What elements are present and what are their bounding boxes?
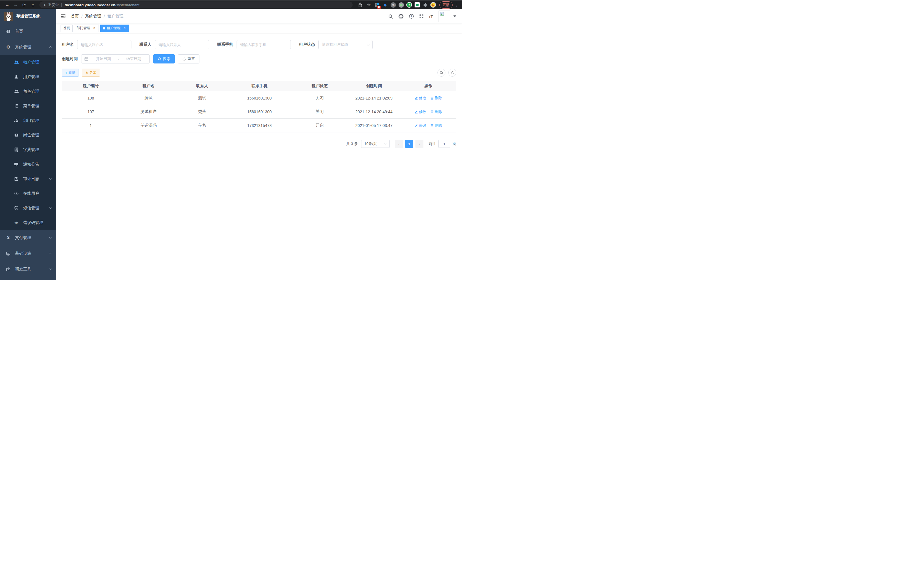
avatar-dropdown-icon[interactable]	[453, 15, 456, 17]
mobile-input[interactable]	[237, 40, 291, 49]
sidebar-item[interactable]: 部门管理	[0, 113, 56, 128]
share-icon[interactable]	[357, 1, 364, 9]
view-tab[interactable]: 租户管理×	[100, 25, 129, 32]
chevron-down-icon	[367, 44, 370, 46]
breadcrumb-item[interactable]: 首页	[71, 14, 79, 19]
sidebar-item[interactable]: 字典管理	[0, 142, 56, 157]
start-date-placeholder[interactable]: 开始日期	[91, 56, 116, 62]
sidebar-item[interactable]: 首页	[0, 23, 56, 39]
filter-tenant-name: 租户名	[62, 40, 131, 49]
table-column-header: 联系人	[177, 81, 227, 91]
status-label: 租户状态	[299, 42, 318, 47]
refresh-button[interactable]	[448, 69, 456, 77]
sidebar-item-label: 支付管理	[15, 235, 31, 241]
add-button[interactable]: + 新增	[62, 69, 79, 77]
next-page-button[interactable]: ›	[416, 140, 423, 148]
address-bar[interactable]: ▲ 不安全 dashboard.yudao.iocoder.cn/system/…	[39, 2, 352, 8]
close-icon[interactable]: ×	[92, 26, 96, 30]
command-extension-icon[interactable]: ⌘	[390, 1, 397, 9]
sidebar-item-label: 审计日志	[23, 176, 39, 182]
reload-icon[interactable]: ⟳	[20, 1, 28, 9]
security-label[interactable]: 不安全	[48, 3, 59, 8]
record-extension-icon[interactable]	[398, 1, 405, 9]
create-time-label: 创建时间	[62, 56, 81, 62]
close-icon[interactable]: ×	[123, 26, 127, 30]
fullscreen-icon[interactable]	[417, 14, 426, 19]
pagination-total: 共 3 条	[346, 141, 358, 146]
blue-pin-extension-icon[interactable]: ◆	[382, 1, 388, 9]
app-window: 芋道管理系统 首页⚙系统管理租户管理用户管理角色管理菜单管理部门管理岗位管理字典…	[0, 9, 462, 280]
back-icon[interactable]: ←	[3, 1, 11, 9]
font-size-icon[interactable]: TT	[426, 14, 436, 19]
sidebar-item-label: 通知公告	[23, 162, 39, 167]
sidebar-item-label: 角色管理	[23, 89, 39, 94]
url-text[interactable]: dashboard.yudao.iocoder.cn/system/tenant	[64, 3, 140, 7]
emoji-extension-icon[interactable]	[430, 1, 436, 9]
export-button[interactable]: 导出	[82, 69, 100, 77]
sidebar-item[interactable]: </>错误码管理	[0, 215, 56, 230]
reset-button[interactable]: 重置	[178, 54, 200, 63]
sidebar-item[interactable]: 角色管理	[0, 84, 56, 99]
breadcrumb-item[interactable]: 系统管理	[85, 14, 101, 19]
sidebar-item[interactable]: 通知公告	[0, 157, 56, 171]
sidebar-item[interactable]: 岗位管理	[0, 128, 56, 142]
sidebar-item[interactable]: 短信管理	[0, 201, 56, 215]
forward-icon[interactable]: →	[11, 1, 20, 9]
date-range-picker[interactable]: 开始日期 - 结束日期	[81, 54, 150, 63]
table-cell: 2021-01-05 17:03:47	[347, 119, 400, 132]
date-range-separator: -	[116, 57, 121, 61]
squares-diamond-extension-icon[interactable]: 10	[374, 1, 381, 9]
sidebar-item[interactable]: ⚙系统管理	[0, 39, 56, 55]
tenant-name-label: 租户名	[62, 42, 77, 47]
show-search-button[interactable]	[437, 69, 446, 77]
y-logo-extension-icon[interactable]: Y	[406, 1, 412, 9]
sidebar-logo[interactable]: 芋道管理系统	[0, 9, 56, 23]
contact-input[interactable]	[155, 40, 209, 49]
sidebar-item[interactable]: 基础设施	[0, 246, 56, 261]
plus-icon: +	[65, 71, 68, 75]
github-icon[interactable]	[396, 14, 406, 19]
delete-link[interactable]: 删除	[430, 109, 442, 114]
sidebar-item[interactable]: 用户管理	[0, 69, 56, 84]
delete-link[interactable]: 删除	[430, 96, 442, 101]
view-tab[interactable]: 部门管理×	[74, 25, 99, 32]
edit-link[interactable]: 修改	[415, 109, 426, 114]
edit-link[interactable]: 修改	[415, 96, 426, 101]
sidebar-item[interactable]: ¥支付管理	[0, 230, 56, 246]
view-tab-label: 租户管理	[107, 26, 121, 31]
end-date-placeholder[interactable]: 结束日期	[121, 56, 147, 62]
goto-page-input[interactable]	[438, 140, 450, 148]
view-tab[interactable]: 首页	[61, 25, 73, 32]
page-size-select[interactable]: 10条/页	[361, 140, 390, 148]
sidebar-item[interactable]: 研发工具	[0, 261, 56, 277]
table-row: 1芋道源码芋艿17321315478开启2021-01-05 17:03:47修…	[62, 119, 456, 132]
chat-extension-icon[interactable]	[414, 1, 421, 9]
address-separator	[62, 3, 62, 7]
extension-icons: 10◆⌘Y	[374, 1, 436, 9]
current-page-button[interactable]: 1	[405, 140, 413, 148]
sidebar-item[interactable]: 审计日志	[0, 171, 56, 186]
table-cell: 测试	[177, 91, 227, 105]
table-header-row: 租户编号租户名联系人联系手机租户状态创建时间操作	[62, 81, 456, 91]
chevron-down-icon	[384, 142, 387, 145]
sidebar-item[interactable]: 在线用户	[0, 186, 56, 201]
tenant-name-input[interactable]	[77, 40, 131, 49]
delete-link[interactable]: 删除	[430, 123, 442, 128]
status-select[interactable]: 请选择租户状态	[318, 40, 373, 49]
page-content: 租户名 联系人 联系手机 租户状态 请选择租户状态	[56, 33, 462, 280]
edit-link[interactable]: 修改	[415, 123, 426, 128]
prev-page-button[interactable]: ‹	[395, 140, 403, 148]
update-button[interactable]: 更新	[440, 2, 453, 9]
home-icon[interactable]: ⌂	[28, 1, 37, 9]
browser-menu-icon[interactable]: ⋮	[455, 3, 459, 7]
help-icon[interactable]: ?	[406, 14, 417, 19]
star-icon[interactable]: ☆	[365, 1, 373, 9]
search-icon[interactable]	[386, 14, 396, 19]
sidebar-item[interactable]: 菜单管理	[0, 99, 56, 113]
hamburger-icon[interactable]	[56, 9, 70, 23]
search-button[interactable]: 搜索	[153, 54, 175, 63]
avatar[interactable]	[439, 11, 450, 22]
sidebar-item[interactable]: 租户管理	[0, 55, 56, 69]
submenu: 租户管理用户管理角色管理菜单管理部门管理岗位管理字典管理通知公告审计日志在线用户…	[0, 55, 56, 230]
puzzle-extension-icon[interactable]	[422, 1, 429, 9]
